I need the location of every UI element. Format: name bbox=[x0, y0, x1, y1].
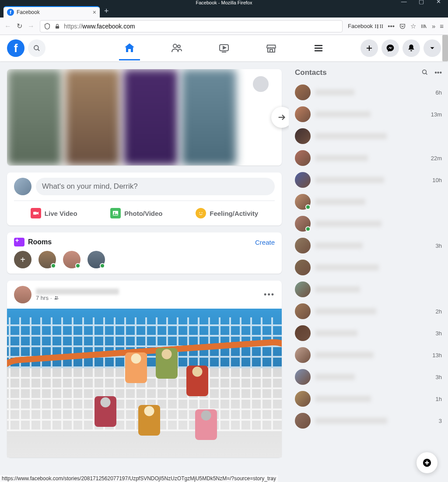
contact-row[interactable]: 6h bbox=[292, 81, 444, 103]
home-icon bbox=[123, 42, 136, 54]
url-input[interactable]: https://www.facebook.com bbox=[40, 20, 343, 32]
contact-row[interactable] bbox=[292, 191, 444, 213]
svg-point-1 bbox=[34, 46, 38, 50]
nav-home[interactable] bbox=[119, 36, 140, 60]
post-image[interactable] bbox=[7, 309, 282, 457]
tab-strip: f Facebook × + bbox=[0, 5, 448, 18]
nav-marketplace[interactable] bbox=[261, 36, 282, 60]
contact-name bbox=[315, 243, 363, 249]
stories-tray[interactable] bbox=[7, 69, 282, 165]
reader-mode[interactable]: Facebook I⫿II bbox=[348, 23, 383, 30]
browser-tab[interactable]: f Facebook × bbox=[4, 6, 100, 18]
rooms-create-link[interactable]: Create bbox=[255, 239, 275, 246]
contact-avatar bbox=[295, 391, 311, 407]
shield-icon[interactable] bbox=[44, 23, 51, 30]
contact-name bbox=[315, 330, 357, 336]
create-button[interactable] bbox=[360, 39, 378, 57]
contact-name bbox=[315, 221, 382, 227]
post-author-name[interactable] bbox=[36, 288, 119, 295]
contact-time: 1h bbox=[436, 396, 442, 402]
facebook-favicon: f bbox=[7, 9, 14, 16]
contact-name bbox=[315, 264, 379, 271]
contact-row[interactable]: 1h bbox=[292, 388, 444, 410]
story-card[interactable] bbox=[182, 69, 236, 165]
tab-close-icon[interactable]: × bbox=[93, 9, 96, 16]
rooms-title: Rooms bbox=[14, 238, 52, 246]
contact-time: 10h bbox=[432, 177, 442, 183]
bookmark-star-icon[interactable]: ☆ bbox=[410, 22, 416, 30]
contact-row[interactable]: 10h bbox=[292, 169, 444, 191]
facebook-logo[interactable]: f bbox=[7, 39, 24, 57]
post-composer: What's on your mind, Derrik? Live Video … bbox=[7, 172, 282, 225]
contact-row[interactable]: 13h bbox=[292, 344, 444, 366]
account-button[interactable] bbox=[424, 39, 441, 57]
hamburger-menu-icon[interactable]: ≡ bbox=[440, 22, 444, 30]
marketplace-icon bbox=[265, 42, 277, 54]
contact-row[interactable]: 3h bbox=[292, 366, 444, 388]
story-card[interactable] bbox=[7, 69, 62, 165]
user-avatar[interactable] bbox=[14, 178, 32, 195]
contact-row[interactable] bbox=[292, 213, 444, 235]
contact-row[interactable] bbox=[292, 125, 444, 147]
svg-line-2 bbox=[38, 49, 39, 51]
composer-input[interactable]: What's on your mind, Derrik? bbox=[36, 178, 275, 195]
post-author-avatar[interactable] bbox=[14, 286, 32, 303]
contact-avatar bbox=[295, 238, 311, 253]
messenger-icon bbox=[386, 44, 395, 53]
contacts-search-icon[interactable] bbox=[421, 69, 428, 77]
notifications-button[interactable] bbox=[402, 39, 420, 57]
friends-icon bbox=[171, 42, 183, 54]
library-icon[interactable] bbox=[420, 23, 427, 30]
new-message-button[interactable] bbox=[416, 452, 438, 473]
messenger-button[interactable] bbox=[382, 39, 399, 57]
contact-row[interactable]: 3h bbox=[292, 235, 444, 257]
room-contact[interactable] bbox=[63, 251, 80, 268]
post-timestamp[interactable]: 7 hrs · bbox=[36, 295, 119, 301]
create-room-button[interactable]: + bbox=[14, 251, 32, 268]
contact-row[interactable]: 3 bbox=[292, 410, 444, 432]
contact-name bbox=[315, 155, 368, 161]
window-controls[interactable]: — ▢ ✕ bbox=[401, 0, 446, 4]
forward-button[interactable]: → bbox=[28, 22, 35, 30]
contact-row[interactable]: 2h bbox=[292, 300, 444, 322]
new-tab-button[interactable]: + bbox=[104, 7, 109, 16]
pocket-icon[interactable] bbox=[399, 23, 406, 30]
room-contact[interactable] bbox=[38, 251, 56, 268]
contact-time: 6h bbox=[436, 89, 442, 96]
contact-row[interactable]: 22m bbox=[292, 147, 444, 169]
contact-name bbox=[315, 308, 376, 314]
story-card[interactable] bbox=[123, 69, 178, 165]
overflow-chevron-icon[interactable]: » bbox=[432, 22, 435, 30]
contact-row[interactable] bbox=[292, 278, 444, 300]
room-contact[interactable] bbox=[88, 251, 105, 268]
post-menu-button[interactable]: ••• bbox=[264, 290, 275, 299]
svg-point-21 bbox=[423, 70, 427, 74]
contact-row[interactable] bbox=[292, 257, 444, 278]
svg-point-4 bbox=[178, 45, 180, 48]
nav-friends[interactable] bbox=[166, 36, 187, 60]
contact-time: 13m bbox=[431, 111, 442, 118]
contacts-options-icon[interactable]: ••• bbox=[434, 69, 442, 77]
contact-avatar bbox=[295, 216, 311, 232]
back-button[interactable]: ← bbox=[4, 22, 11, 30]
contact-row[interactable]: 13m bbox=[292, 103, 444, 125]
search-button[interactable] bbox=[28, 39, 46, 57]
page-actions-icon[interactable]: ••• bbox=[388, 22, 395, 30]
nav-menu[interactable] bbox=[308, 36, 329, 60]
stories-next-button[interactable] bbox=[271, 107, 289, 128]
photo-video-button[interactable]: Photo/Video bbox=[105, 204, 168, 222]
contact-avatar bbox=[295, 325, 311, 341]
live-video-button[interactable]: Live Video bbox=[25, 204, 83, 222]
online-indicator bbox=[305, 226, 311, 232]
story-card[interactable] bbox=[65, 69, 120, 165]
contact-avatar bbox=[295, 303, 311, 319]
nav-watch[interactable] bbox=[214, 36, 234, 60]
contact-row[interactable]: 3h bbox=[292, 322, 444, 344]
reload-button[interactable]: ↻ bbox=[17, 22, 22, 30]
contact-name bbox=[315, 89, 354, 95]
feeling-button[interactable]: Feeling/Activity bbox=[190, 204, 263, 222]
contact-name bbox=[315, 177, 384, 183]
scrollbar-thumb[interactable] bbox=[442, 35, 448, 61]
facebook-header: f bbox=[0, 35, 448, 61]
lock-icon[interactable] bbox=[54, 23, 60, 29]
